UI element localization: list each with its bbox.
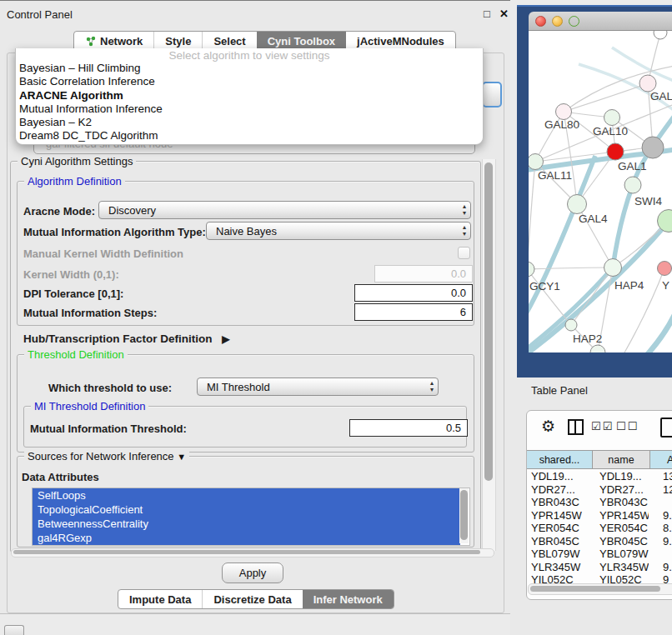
form-view-icon[interactable] xyxy=(660,418,672,438)
panel-corner-button[interactable] xyxy=(4,625,24,635)
table-cell: YDR27... xyxy=(592,483,649,497)
table-row[interactable]: YDL19...YDL19...13 xyxy=(527,470,672,483)
which-threshold-combo[interactable]: MI Threshold ▴▾ xyxy=(197,378,439,396)
algorithm-option[interactable]: Bayesian – Hill Climbing xyxy=(16,62,483,75)
table-row[interactable]: YBR043CYBR043C xyxy=(527,496,672,509)
network-icon xyxy=(85,36,96,47)
sources-title[interactable]: Sources for Network Inference ▼ xyxy=(24,450,189,462)
table-row[interactable]: YBR045CYBR045C9. xyxy=(527,535,672,548)
node-label: Y xyxy=(662,279,669,292)
tab-infer-network[interactable]: Infer Network xyxy=(303,590,394,608)
combo-arrows-icon: ▴▾ xyxy=(463,224,466,238)
mi-steps-field[interactable]: 6 xyxy=(354,303,473,321)
combo-arrows-icon: ▴▾ xyxy=(430,380,434,393)
apply-button[interactable]: Apply xyxy=(222,562,283,583)
network-node-hap2[interactable] xyxy=(565,319,577,331)
algorithm-list: Bayesian – Hill ClimbingBasic Correlatio… xyxy=(16,62,483,143)
table-cell xyxy=(649,496,672,509)
algorithm-option[interactable]: Dream8 DC_TDC Algorithm xyxy=(16,129,483,142)
network-node-gal1[interactable] xyxy=(607,143,624,160)
table-rows: YDL19...YDL19...13YDR27...YDR27...12YBR0… xyxy=(527,470,672,587)
close-traffic-light[interactable] xyxy=(535,16,546,27)
column-header[interactable]: shared... xyxy=(527,450,593,469)
column-header[interactable]: A xyxy=(650,450,672,469)
network-node[interactable] xyxy=(590,345,605,352)
network-node-gcy1[interactable] xyxy=(529,262,534,277)
algorithm-option[interactable]: ARACNE Algorithm xyxy=(16,89,483,102)
kernel-width-field[interactable]: 0.0 xyxy=(374,265,473,282)
network-node[interactable] xyxy=(654,31,667,39)
table-cell xyxy=(649,548,672,561)
table-cell: YBR045C xyxy=(592,535,649,548)
close-icon[interactable]: ✕ xyxy=(499,8,509,20)
node-label: GAL11 xyxy=(538,169,572,182)
table-row[interactable]: YDR27...YDR27...12 xyxy=(527,483,672,497)
float-window-icon[interactable]: □ xyxy=(484,8,490,20)
tab-label: Infer Network xyxy=(313,593,383,606)
network-node-y[interactable] xyxy=(658,262,672,276)
network-node-gal80[interactable] xyxy=(556,104,572,120)
table-cell: 12 xyxy=(649,483,672,497)
deselect-all-checks-icon[interactable]: ☐☐ xyxy=(616,420,639,432)
attribute-item[interactable]: SelfLoops xyxy=(33,488,460,502)
table-row[interactable]: YPR145WYPR145W9. xyxy=(527,509,672,522)
table-panel-title: Table Panel xyxy=(531,384,588,397)
minimize-traffic-light[interactable] xyxy=(552,16,563,27)
settings-horizontal-scrollbar[interactable] xyxy=(11,548,494,558)
network-view-window: GALGAL80GAL10GAL1GAL11SWI4GAL4GCY1HAP4YH… xyxy=(529,12,672,352)
tab-impute-data[interactable]: Impute Data xyxy=(118,590,202,608)
network-canvas[interactable]: GALGAL80GAL10GAL1GAL11SWI4GAL4GCY1HAP4YH… xyxy=(529,31,672,352)
mi-algorithm-type-label: Mutual Information Algorithm Type: xyxy=(23,226,206,238)
algorithm-placeholder: Select algorithm to view settings xyxy=(16,48,483,62)
control-panel-window: Control Panel □ ✕ NetworkStyleSelectCyni… xyxy=(0,0,510,614)
table-horizontal-scrollbar[interactable] xyxy=(528,583,672,595)
inference-combo-fragment[interactable] xyxy=(482,82,502,108)
tab-discretize-data[interactable]: Discretize Data xyxy=(202,590,302,608)
network-node-gal4[interactable] xyxy=(568,195,587,214)
table-row[interactable]: YLR345WYLR345W9. xyxy=(527,561,672,574)
network-node-gal10[interactable] xyxy=(604,110,620,126)
mi-algorithm-type-combo[interactable]: Naive Bayes ▴▾ xyxy=(206,222,471,240)
table-cell: YDR27... xyxy=(527,483,592,497)
network-window-titlebar[interactable] xyxy=(529,12,672,31)
algorithm-definition-title: Algorithm Definition xyxy=(24,175,125,188)
column-header[interactable]: name xyxy=(593,450,650,469)
dpi-tolerance-field[interactable]: 0.0 xyxy=(354,284,473,302)
network-node-gal[interactable] xyxy=(639,75,656,92)
algorithm-option[interactable]: Bayesian – K2 xyxy=(16,116,483,129)
network-node-swi4[interactable] xyxy=(624,177,641,193)
algorithm-option[interactable]: Mutual Information Inference xyxy=(16,102,483,116)
table-cell: YBL079W xyxy=(527,548,592,561)
attribute-item[interactable]: TopologicalCoefficient xyxy=(33,502,460,517)
zoom-traffic-light[interactable] xyxy=(569,16,579,27)
node-label: HAP4 xyxy=(614,279,644,292)
settings-vertical-scrollbar[interactable] xyxy=(482,159,496,551)
table-cell: YLR345W xyxy=(527,561,592,574)
network-edge xyxy=(529,162,535,269)
gear-icon[interactable]: ⚙ xyxy=(541,417,555,436)
network-node[interactable] xyxy=(642,137,664,158)
attributes-list-scrollbar[interactable] xyxy=(459,488,469,543)
network-node-hap4[interactable] xyxy=(604,259,622,277)
table-cell: YBR045C xyxy=(527,535,592,548)
table-cell: YPR145W xyxy=(592,509,649,522)
table-header-row: shared...nameA xyxy=(527,450,672,469)
table-row[interactable]: YER054CYER054C8. xyxy=(527,522,672,535)
manual-kernel-checkbox[interactable] xyxy=(458,247,470,259)
algorithm-dropdown-popup: Select algorithm to view settings Bayesi… xyxy=(15,48,484,145)
algorithm-option[interactable]: Basic Correlation Inference xyxy=(16,75,483,88)
data-attributes-list[interactable]: SelfLoopsTopologicalCoefficientBetweenne… xyxy=(32,488,470,546)
network-node-gal11[interactable] xyxy=(529,154,544,170)
aracne-mode-combo[interactable]: Discovery ▴▾ xyxy=(98,201,471,219)
hub-section-toggle[interactable]: Hub/Transcription Factor Definition ▶ xyxy=(23,332,230,345)
select-all-checks-icon[interactable]: ☑☑ xyxy=(591,420,614,432)
split-columns-icon[interactable] xyxy=(568,419,584,435)
attribute-item[interactable]: gal4RGexp xyxy=(33,531,460,545)
mi-threshold-label: Mutual Information Threshold: xyxy=(30,422,187,435)
control-panel-title: Control Panel xyxy=(7,8,73,21)
tab-label: Cyni Toolbox xyxy=(268,35,335,48)
table-row[interactable]: YBL079WYBL079W xyxy=(527,548,672,561)
mi-threshold-field[interactable]: 0.5 xyxy=(349,419,468,437)
table-cell: YER054C xyxy=(592,522,649,535)
attribute-item[interactable]: BetweennessCentrality xyxy=(33,517,460,531)
